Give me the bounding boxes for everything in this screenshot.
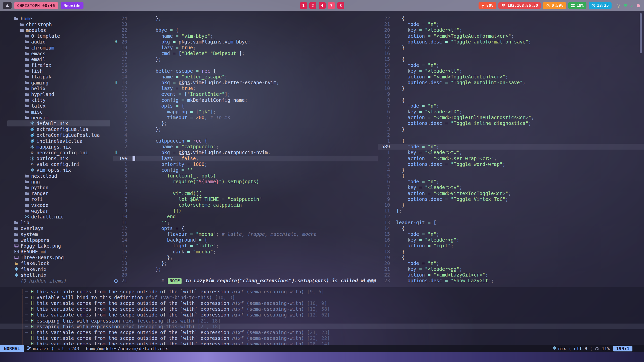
code-line[interactable]: 12 action = "<cmd>ToggleAutoLint<cr>"; — [378, 74, 644, 80]
tree-item-readme-md[interactable]: README.md — [7, 249, 110, 255]
code-line[interactable]: 5 action = "<cmd>ToggleInlineDiagnostics… — [378, 115, 644, 120]
quickfix-item[interactable]: ▏─ H escaping this with expression nixf … — [0, 318, 644, 324]
code-line[interactable]: 16 — [113, 62, 378, 68]
code-line[interactable]: 4 } — [378, 167, 644, 173]
code-line[interactable]: 12 opts = { — [113, 225, 378, 231]
code-line[interactable]: 14 mode = "n"; — [378, 62, 644, 68]
tree-item-default-nix[interactable]: default.nix — [7, 214, 110, 219]
code-line[interactable]: 6 }; — [113, 120, 378, 126]
code-line[interactable]: 1 key = "<leader>tw"; — [378, 150, 644, 155]
bulb-tray-icon[interactable] — [616, 4, 620, 8]
code-line[interactable]: 9 opts = { — [113, 103, 378, 109]
display-tray-icon[interactable] — [623, 4, 628, 8]
code-line[interactable]: 18 } — [378, 249, 644, 255]
stat-clock[interactable]: 13:35 — [589, 2, 612, 9]
code-line[interactable]: 10 } — [378, 85, 644, 91]
code-line[interactable]: 10 config = mkDefaultConfig name; — [113, 97, 378, 103]
tree-item-chromium[interactable]: chromium — [7, 45, 110, 51]
code-line[interactable]: 6 mode = "n"; — [378, 179, 644, 185]
tree-item-home[interactable]: home — [7, 16, 110, 21]
tree-item-9-hidden-items[interactable]: (9 hidden items) — [7, 278, 110, 284]
code-line[interactable]: 9 options.desc = "Toggle Vimtex ToC"; — [378, 196, 644, 202]
code-line[interactable]: 18 options.desc = "Toggle autoformat-on-… — [378, 39, 644, 45]
tree-item-0-template[interactable]: 0_template — [7, 33, 110, 39]
code-line[interactable]: 18 cmd = ["Bdelete" "Bwipeout"]; — [113, 51, 378, 56]
code-line[interactable]: H13 pkg = pkgs.vimPlugins.better-escape-… — [113, 80, 378, 85]
code-line[interactable]: 22 action = "<cmd>LazyGit<cr>"; — [378, 272, 644, 278]
code-line[interactable]: H20 pkg = pkgs.vimPlugins.vim-bbye; — [113, 39, 378, 45]
code-line[interactable]: 10 } — [378, 202, 644, 208]
code-line[interactable]: 15 light = "latte"; — [113, 243, 378, 249]
quickfix-item[interactable]: ▏─ H this variable comes from the scope … — [0, 289, 644, 294]
code-line[interactable]: 20 — [113, 272, 378, 278]
tree-item-emacs[interactable]: emacs — [7, 51, 110, 56]
quickfix-item[interactable]: ▏─ H this variable comes from the scope … — [0, 335, 644, 341]
code-line[interactable]: 1 priority = 1000; — [113, 161, 378, 167]
tree-item-foggy-lake-png[interactable]: Foggy-Lake.png — [7, 243, 110, 249]
code-line[interactable]: 14 { — [378, 225, 644, 231]
tree-item-nextcloud[interactable]: nextcloud — [7, 173, 110, 179]
tree-item-rofi[interactable]: rofi — [7, 196, 110, 202]
code-line[interactable]: 5 { — [378, 173, 644, 179]
code-line[interactable]: 21 name = "vim-bbye"; — [113, 33, 378, 39]
quickfix-item[interactable]: ▏─ H this variable comes from the scope … — [0, 312, 644, 318]
workspace-1[interactable]: 1 — [300, 2, 307, 9]
code-line[interactable]: 589 mode = "n"; — [378, 144, 644, 150]
tree-item-lib[interactable]: lib — [7, 220, 110, 225]
code-line[interactable]: 4 options.desc = "Toggle inline diagnost… — [378, 120, 644, 126]
code-line[interactable]: 8 colorscheme catppuccin — [113, 202, 378, 208]
tree-item-vscode[interactable]: vscode — [7, 202, 110, 208]
quickfix-item[interactable]: ▏─ H variable will bind to this definiti… — [0, 294, 644, 300]
tree-item-extraconfigluapost-lua[interactable]: extraConfigLuaPost.lua — [7, 132, 110, 138]
workspace-4[interactable]: 4 — [319, 2, 326, 9]
quickfix-item[interactable]: ▏─ H this variable comes from the scope … — [0, 329, 644, 335]
tree-item-latex[interactable]: latex — [7, 103, 110, 109]
code-line[interactable]: 5 — [113, 185, 378, 190]
code-line[interactable]: 10 end — [113, 214, 378, 219]
code-line[interactable]: 14 background = { — [113, 237, 378, 243]
tree-item-options-nix[interactable]: options.nix — [7, 156, 110, 161]
code-line[interactable]: 11 event = ["InsertEnter"]; — [113, 91, 378, 97]
tree-item-mappings-nix[interactable]: mappings.nix — [7, 144, 110, 150]
tree-item-extraconfiglua-lua[interactable]: extraConfigLua.lua — [7, 126, 110, 132]
code-line[interactable]: 8 action = "<cmd>VimtexTocToggle<cr>"; — [378, 191, 644, 196]
code-line[interactable]: 8 { — [378, 97, 644, 103]
code-line[interactable]: 20 key = "<leader>tf"; — [378, 27, 644, 33]
tree-item-ranger[interactable]: ranger — [7, 191, 110, 196]
code-line[interactable]: 7 let $BAT_THEME = "catppuccin" — [113, 196, 378, 202]
code-line[interactable]: 3 catppuccin = rec { — [113, 138, 378, 144]
code-line[interactable]: 2 — [378, 132, 644, 138]
code-line[interactable]: 7 key = "<leader>tv"; — [378, 185, 644, 190]
code-line[interactable]: 6 vim.cmd([[ — [113, 191, 378, 196]
code-line[interactable]: 199 lazy = false; — [113, 156, 378, 161]
tree-item-default-nix[interactable]: default.nix — [7, 120, 110, 126]
tree-item-three-bears-png[interactable]: Three-Bears.png — [7, 255, 110, 260]
tree-item-kitty[interactable]: kitty — [7, 97, 110, 103]
code-line[interactable]: 13leader-git = [ — [378, 220, 644, 225]
code-line[interactable]: 21 key = "<leader>gg"; — [378, 266, 644, 272]
tree-item-firefox[interactable]: firefox — [7, 62, 110, 68]
code-line[interactable]: 15 better-escape = rec { — [113, 68, 378, 74]
tree-item-neovim[interactable]: neovim — [7, 115, 110, 120]
stat-battery[interactable]: 80% — [479, 2, 496, 9]
code-line[interactable]: 20 mode = "n"; — [378, 260, 644, 266]
workspace-8[interactable]: 8 — [337, 2, 344, 9]
tree-item-vim-opts-nix[interactable]: vim_opts.nix — [7, 167, 110, 173]
tree-item-flatpak[interactable]: flatpak — [7, 74, 110, 80]
code-line[interactable]: 11 options.desc = "Toggle autolint-on-sa… — [378, 80, 644, 85]
diagnostics-summary[interactable]: △ 1 ○ 243 — [58, 346, 79, 351]
code-line[interactable]: 17 action = "+git"; — [378, 243, 644, 249]
code-line[interactable]: 21 mode = "n"; — [378, 21, 644, 27]
tree-item-nnn[interactable]: nnn — [7, 179, 110, 185]
code-line[interactable]: 22 bbye = { — [113, 27, 378, 33]
code-line[interactable]: 8 mapping = ["jk"]; — [113, 109, 378, 115]
tree-item-waybar[interactable]: waybar — [7, 208, 110, 214]
tree-item-christoph[interactable]: christoph — [7, 21, 110, 27]
launcher-logo-icon[interactable] — [3, 2, 12, 9]
code-line[interactable]: 13 flavour = "mocha"; # latte, frappe, m… — [113, 231, 378, 237]
tree-item-modules[interactable]: modules — [7, 27, 110, 33]
tree-item-vale-config-ini[interactable]: ⚙vale_config.ini — [7, 161, 110, 167]
tree-item-overlays[interactable]: overlays — [7, 225, 110, 231]
code-line[interactable]: 6 key = "<leader>tD"; — [378, 109, 644, 115]
tree-item-flake-lock[interactable]: flake.lock — [7, 260, 110, 266]
